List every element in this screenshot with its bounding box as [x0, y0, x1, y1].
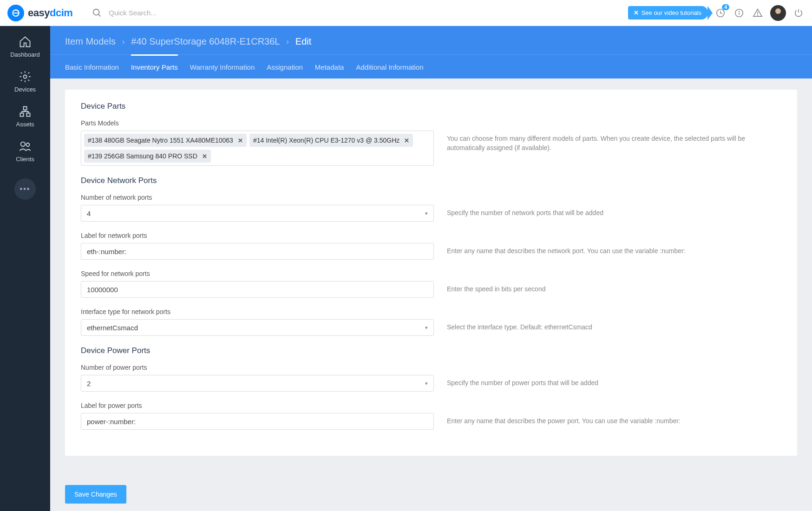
- tab-inventory-parts[interactable]: Inventory Parts: [131, 54, 178, 79]
- save-changes-button[interactable]: Save Changes: [65, 485, 126, 504]
- select-value: 4: [87, 210, 91, 217]
- power-ports-label-input[interactable]: [81, 413, 434, 430]
- network-ports-speed-help: Enter the speed in bits per second: [447, 281, 781, 294]
- network-ports-label-input[interactable]: [81, 243, 434, 260]
- parts-models-help: You can choose from many different model…: [447, 131, 781, 152]
- power-icon[interactable]: [792, 7, 805, 19]
- network-ports-count-label: Number of network ports: [81, 194, 781, 201]
- breadcrumb-current: Edit: [295, 36, 311, 47]
- sidebar-more-button[interactable]: •••: [14, 178, 36, 200]
- svg-rect-11: [20, 113, 23, 117]
- part-tag: #14 Intel(R) Xeon(R) CPU E3-1270 v3 @ 3.…: [249, 134, 413, 147]
- main: Item Models › #40 SuperStorage 6048R-E1C…: [50, 26, 812, 511]
- part-tag-label: #139 256GB Samsung 840 PRO SSD: [88, 152, 197, 160]
- logo[interactable]: easydcim: [7, 5, 72, 21]
- clients-icon: [19, 140, 32, 153]
- part-tag-label: #14 Intel(R) Xeon(R) CPU E3-1270 v3 @ 3.…: [253, 137, 399, 144]
- tab-basic-information[interactable]: Basic Information: [65, 54, 119, 79]
- tutorials-button[interactable]: ✕ See our video tutorials: [628, 6, 708, 20]
- svg-point-8: [758, 15, 758, 15]
- sidebar-item-label: Clients: [16, 156, 34, 163]
- gear-icon: [19, 70, 32, 83]
- sidebar: Dashboard Devices Assets Clients •••: [0, 26, 50, 511]
- part-tag: #139 256GB Samsung 840 PRO SSD ✕: [84, 150, 211, 163]
- chevron-down-icon: ▾: [425, 210, 428, 216]
- sidebar-item-assets[interactable]: Assets: [16, 105, 34, 128]
- network-ports-interface-select[interactable]: ethernetCsmacd ▾: [81, 319, 434, 336]
- section-device-parts: Device Parts: [81, 102, 781, 111]
- power-ports-label-help: Enter any name that describes the power …: [447, 413, 781, 426]
- select-value: ethernetCsmacd: [87, 324, 138, 332]
- network-ports-speed-label: Speed for network ports: [81, 270, 781, 277]
- power-ports-count-select[interactable]: 2 ▾: [81, 375, 434, 392]
- tabs: Basic Information Inventory Parts Warran…: [50, 54, 812, 79]
- search-input[interactable]: [109, 9, 295, 17]
- svg-rect-10: [23, 107, 26, 110]
- network-ports-count-select[interactable]: 4 ▾: [81, 205, 434, 222]
- svg-point-13: [21, 142, 25, 146]
- sidebar-item-label: Devices: [14, 86, 36, 93]
- network-ports-label-help: Enter any name that describes the networ…: [447, 243, 781, 256]
- chevron-down-icon: ▾: [425, 325, 428, 331]
- logo-text: easydcim: [28, 7, 72, 19]
- home-icon: [19, 35, 32, 48]
- chevron-right-icon: ›: [286, 38, 288, 46]
- part-tag: #138 480GB Seagate Nytro 1551 XA480ME100…: [84, 134, 247, 147]
- network-ports-label-label: Label for network ports: [81, 232, 781, 239]
- svg-point-6: [739, 11, 740, 11]
- section-device-network-ports: Device Network Ports: [81, 176, 781, 185]
- form-panel: Device Parts Parts Models #138 480GB Sea…: [65, 90, 797, 456]
- footer-bar: Save Changes: [50, 478, 812, 511]
- sidebar-item-clients[interactable]: Clients: [16, 140, 34, 163]
- alert-icon[interactable]: [752, 7, 764, 19]
- sidebar-item-devices[interactable]: Devices: [14, 70, 36, 93]
- sidebar-item-dashboard[interactable]: Dashboard: [10, 35, 40, 58]
- remove-tag-icon[interactable]: ✕: [202, 153, 207, 160]
- svg-point-1: [93, 9, 99, 15]
- breadcrumb: Item Models › #40 SuperStorage 6048R-E1C…: [50, 26, 812, 54]
- tab-warranty-information[interactable]: Warranty Information: [190, 54, 255, 79]
- search-icon: [91, 7, 103, 19]
- logo-icon: [7, 5, 24, 21]
- network-ports-speed-input[interactable]: [81, 281, 434, 298]
- tab-metadata[interactable]: Metadata: [315, 54, 344, 79]
- svg-point-9: [24, 75, 27, 79]
- part-tag-label: #138 480GB Seagate Nytro 1551 XA480ME100…: [88, 137, 233, 144]
- close-icon[interactable]: ✕: [634, 9, 639, 16]
- page-header: Item Models › #40 SuperStorage 6048R-E1C…: [50, 26, 812, 79]
- svg-line-2: [98, 14, 101, 16]
- user-avatar[interactable]: [770, 5, 786, 21]
- section-device-power-ports: Device Power Ports: [81, 346, 781, 355]
- svg-point-14: [26, 143, 29, 146]
- sidebar-item-label: Assets: [16, 121, 34, 128]
- network-ports-interface-help: Select the interface type. Default: ethe…: [447, 319, 781, 332]
- power-ports-count-label: Number of power ports: [81, 364, 781, 371]
- notifications-button[interactable]: 4: [714, 7, 727, 19]
- tab-assignation[interactable]: Assignation: [267, 54, 303, 79]
- content: Device Parts Parts Models #138 480GB Sea…: [50, 79, 812, 511]
- chevron-right-icon: ›: [122, 38, 124, 46]
- notification-badge: 4: [722, 4, 729, 10]
- network-ports-interface-label: Interface type for network ports: [81, 308, 781, 315]
- remove-tag-icon[interactable]: ✕: [238, 137, 243, 144]
- breadcrumb-model[interactable]: #40 SuperStorage 6048R-E1CR36L: [131, 36, 280, 47]
- info-icon[interactable]: [733, 7, 745, 19]
- network-ports-count-help: Specify the number of network ports that…: [447, 205, 781, 218]
- tab-additional-information[interactable]: Additional Information: [356, 54, 423, 79]
- search-box[interactable]: [91, 7, 295, 19]
- power-ports-count-help: Specify the number of power ports that w…: [447, 375, 781, 388]
- select-value: 2: [87, 380, 91, 387]
- parts-models-input[interactable]: #138 480GB Seagate Nytro 1551 XA480ME100…: [81, 131, 434, 166]
- power-ports-label-label: Label for power ports: [81, 402, 781, 409]
- assets-icon: [19, 105, 32, 118]
- chevron-down-icon: ▾: [425, 380, 428, 387]
- breadcrumb-item-models[interactable]: Item Models: [65, 36, 116, 47]
- svg-rect-12: [26, 113, 30, 117]
- tutorials-label: See our video tutorials: [642, 9, 701, 16]
- topbar: easydcim ✕ See our video tutorials 4: [0, 0, 812, 26]
- sidebar-item-label: Dashboard: [10, 51, 40, 58]
- parts-models-label: Parts Models: [81, 119, 781, 127]
- remove-tag-icon[interactable]: ✕: [404, 137, 409, 144]
